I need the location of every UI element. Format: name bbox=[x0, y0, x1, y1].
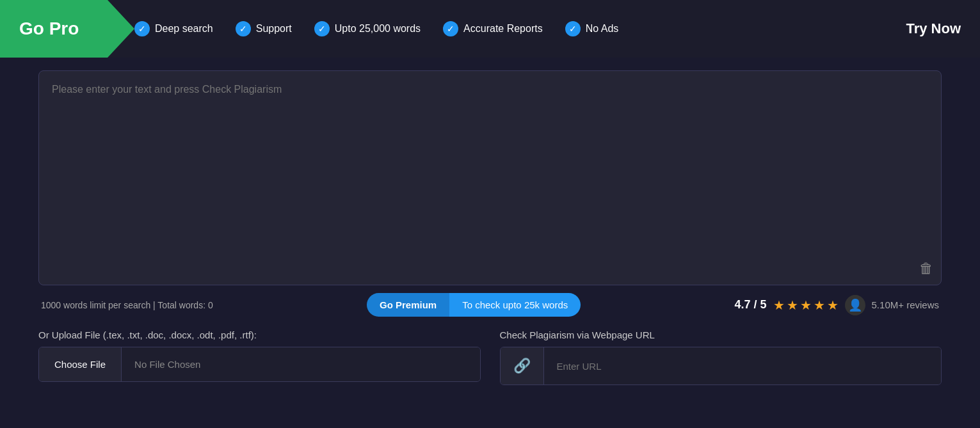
upload-section: Or Upload File (.tex, .txt, .doc, .docx,… bbox=[38, 329, 942, 385]
premium-cta: Go Premium To check upto 25k words bbox=[367, 293, 581, 317]
link-icon: 🔗 bbox=[513, 358, 531, 374]
main-content: 🗑 1000 words limit per search | Total wo… bbox=[0, 58, 980, 398]
try-now-button[interactable]: Try Now bbox=[906, 0, 961, 58]
feature-reports: ✓ Accurate Reports bbox=[443, 21, 543, 36]
features-bar: ✓ Deep search ✓ Support ✓ Upto 25,000 wo… bbox=[122, 0, 631, 58]
check-icon-deep-search: ✓ bbox=[134, 21, 150, 36]
star-2: ★ bbox=[787, 297, 798, 313]
feature-no-ads: ✓ No Ads bbox=[565, 21, 619, 36]
url-input-wrapper: 🔗 bbox=[500, 347, 942, 385]
word-limit-text: 1000 words limit per search | Total word… bbox=[41, 300, 213, 310]
rating-score: 4.7 / 5 bbox=[734, 298, 766, 312]
top-banner: Go Pro ✓ Deep search ✓ Support ✓ Upto 25… bbox=[0, 0, 980, 58]
go-pro-badge[interactable]: Go Pro bbox=[0, 0, 134, 58]
url-check-label: Check Plagiarism via Webpage URL bbox=[500, 329, 942, 340]
feature-label-support: Support bbox=[256, 23, 292, 35]
upload-left: Or Upload File (.tex, .txt, .doc, .docx,… bbox=[38, 329, 481, 382]
go-premium-label: Go Premium bbox=[380, 299, 437, 310]
reviewer-avatar: 👤 bbox=[845, 295, 865, 315]
rating-section: 4.7 / 5 ★ ★ ★ ★ ★ 👤 5.10M+ reviews bbox=[734, 295, 939, 315]
feature-words: ✓ Upto 25,000 words bbox=[314, 21, 421, 36]
choose-file-button[interactable]: Choose File bbox=[39, 347, 122, 381]
trash-icon[interactable]: 🗑 bbox=[919, 260, 933, 277]
star-1: ★ bbox=[773, 297, 785, 313]
upload-right: Check Plagiarism via Webpage URL 🔗 bbox=[500, 329, 942, 385]
file-input-wrapper: Choose File No File Chosen bbox=[38, 347, 481, 382]
check-25k-button[interactable]: To check upto 25k words bbox=[449, 293, 581, 317]
feature-deep-search: ✓ Deep search bbox=[134, 21, 213, 36]
star-3: ★ bbox=[800, 297, 812, 313]
star-5-half: ★ bbox=[827, 297, 839, 313]
star-rating: ★ ★ ★ ★ ★ bbox=[773, 297, 839, 313]
url-input-field[interactable] bbox=[544, 347, 942, 384]
go-pro-label: Go Pro bbox=[19, 19, 79, 39]
text-area-wrapper: 🗑 bbox=[38, 70, 942, 285]
feature-label-no-ads: No Ads bbox=[586, 23, 619, 35]
choose-file-label: Choose File bbox=[54, 359, 106, 370]
plagiarism-text-input[interactable] bbox=[39, 71, 941, 282]
review-count: 5.10M+ reviews bbox=[872, 299, 939, 310]
upload-label: Or Upload File (.tex, .txt, .doc, .docx,… bbox=[38, 329, 481, 340]
check-icon-support: ✓ bbox=[236, 21, 251, 36]
go-premium-button[interactable]: Go Premium bbox=[367, 293, 449, 317]
no-file-label: No File Chosen bbox=[134, 359, 200, 370]
page-wrapper: Go Pro ✓ Deep search ✓ Support ✓ Upto 25… bbox=[0, 0, 980, 428]
url-icon-box: 🔗 bbox=[501, 347, 544, 384]
check-icon-words: ✓ bbox=[314, 21, 330, 36]
word-limit-bar: 1000 words limit per search | Total word… bbox=[38, 293, 942, 317]
try-now-label: Try Now bbox=[906, 20, 961, 37]
feature-label-reports: Accurate Reports bbox=[463, 23, 543, 35]
no-file-chosen-text: No File Chosen bbox=[122, 347, 479, 381]
check-icon-reports: ✓ bbox=[443, 21, 458, 36]
star-4: ★ bbox=[814, 297, 825, 313]
feature-label-deep-search: Deep search bbox=[155, 23, 213, 35]
check-icon-no-ads: ✓ bbox=[565, 21, 581, 36]
feature-support: ✓ Support bbox=[236, 21, 292, 36]
check-25k-label: To check upto 25k words bbox=[462, 299, 568, 310]
feature-label-words: Upto 25,000 words bbox=[335, 23, 421, 35]
